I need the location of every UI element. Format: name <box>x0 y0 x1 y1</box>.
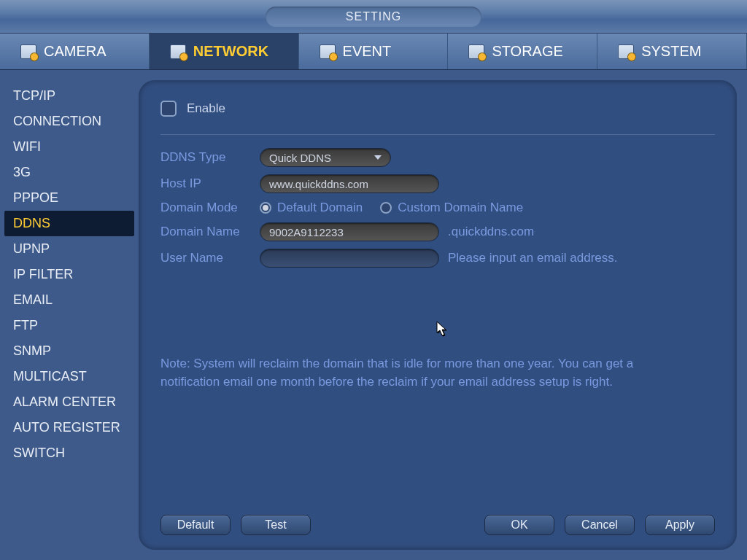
ok-button[interactable]: OK <box>484 515 554 535</box>
button-row: Default Test OK Cancel Apply <box>160 497 715 535</box>
reclaim-note: Note: System will reclaim the domain tha… <box>160 355 686 391</box>
sidebar-item-multicast[interactable]: MULTICAST <box>0 364 139 389</box>
storage-icon <box>468 44 484 59</box>
sidebar-item-alarmcenter[interactable]: ALARM CENTER <box>0 389 139 415</box>
tab-storage[interactable]: STORAGE <box>448 34 597 69</box>
tab-system[interactable]: SYSTEM <box>597 34 747 69</box>
network-icon <box>170 44 186 59</box>
settings-panel: Enable DDNS Type Quick DDNS Host IP www.… <box>139 80 737 550</box>
ddns-type-value: Quick DDNS <box>269 152 331 164</box>
sidebar-item-ddns[interactable]: DDNS <box>4 211 134 236</box>
tab-label: STORAGE <box>492 43 562 60</box>
work-area: TCP/IP CONNECTION WIFI 3G PPPOE DDNS UPN… <box>0 70 747 560</box>
enable-row: Enable <box>160 101 715 117</box>
sidebar-item-upnp[interactable]: UPNP <box>0 236 139 262</box>
host-ip-label: Host IP <box>160 176 260 191</box>
tab-event[interactable]: EVENT <box>299 34 449 69</box>
sidebar-item-tcpip[interactable]: TCP/IP <box>0 83 139 109</box>
test-button[interactable]: Test <box>241 515 311 535</box>
user-name-label: User Name <box>160 251 260 265</box>
domain-mode-label: Domain Mode <box>160 201 260 215</box>
sidebar-item-ftp[interactable]: FTP <box>0 313 139 338</box>
sidebar-item-switch[interactable]: SWITCH <box>0 440 139 466</box>
ddns-type-select[interactable]: Quick DDNS <box>260 148 391 167</box>
domain-mode-group: Default Domain Custom Domain Name <box>260 201 523 215</box>
chevron-down-icon <box>374 155 382 160</box>
domain-name-field[interactable]: 9002A9112233 <box>260 222 439 241</box>
tab-camera[interactable]: CAMERA <box>0 34 150 69</box>
radio-label-text: Custom Domain Name <box>398 201 523 215</box>
sidebar-item-pppoe[interactable]: PPPOE <box>0 185 139 211</box>
sidebar-item-snmp[interactable]: SNMP <box>0 338 139 364</box>
tab-label: EVENT <box>343 43 392 60</box>
radio-icon <box>380 202 392 214</box>
sidebar-item-autoregister[interactable]: AUTO REGISTER <box>0 415 139 440</box>
sidebar-item-wifi[interactable]: WIFI <box>0 134 139 160</box>
mouse-cursor-icon <box>436 321 448 337</box>
host-ip-value: www.quickddns.com <box>269 178 368 190</box>
event-icon <box>320 44 336 59</box>
domain-mode-default-radio[interactable]: Default Domain <box>260 201 363 215</box>
user-name-hint: Please input an email address. <box>448 251 617 265</box>
tab-network[interactable]: NETWORK <box>150 34 299 69</box>
title-bar: SETTING <box>0 0 747 34</box>
tab-label: CAMERA <box>44 43 107 60</box>
system-icon <box>618 44 634 59</box>
camera-icon <box>20 44 36 59</box>
divider <box>160 134 715 135</box>
tab-label: NETWORK <box>193 43 268 60</box>
radio-icon <box>260 202 271 214</box>
tab-label: SYSTEM <box>641 43 701 60</box>
cancel-button[interactable]: Cancel <box>565 515 635 535</box>
domain-name-value: 9002A9112233 <box>269 226 344 238</box>
sidebar: TCP/IP CONNECTION WIFI 3G PPPOE DDNS UPN… <box>0 70 139 560</box>
domain-mode-custom-radio[interactable]: Custom Domain Name <box>380 201 523 215</box>
enable-label: Enable <box>187 101 225 116</box>
window-title: SETTING <box>266 7 481 27</box>
default-button[interactable]: Default <box>160 515 231 535</box>
sidebar-item-email[interactable]: EMAIL <box>0 287 139 313</box>
user-name-field[interactable] <box>260 249 439 268</box>
domain-name-label: Domain Name <box>160 225 260 239</box>
main-tab-bar: CAMERA NETWORK EVENT STORAGE SYSTEM <box>0 34 747 70</box>
ddns-type-label: DDNS Type <box>160 150 260 165</box>
domain-name-suffix: .quickddns.com <box>448 225 534 239</box>
host-ip-field[interactable]: www.quickddns.com <box>260 174 439 193</box>
radio-label-text: Default Domain <box>277 201 363 215</box>
sidebar-item-connection[interactable]: CONNECTION <box>0 109 139 134</box>
apply-button[interactable]: Apply <box>645 515 715 535</box>
sidebar-item-3g[interactable]: 3G <box>0 160 139 185</box>
sidebar-item-ipfilter[interactable]: IP FILTER <box>0 262 139 287</box>
enable-checkbox[interactable] <box>160 101 177 117</box>
